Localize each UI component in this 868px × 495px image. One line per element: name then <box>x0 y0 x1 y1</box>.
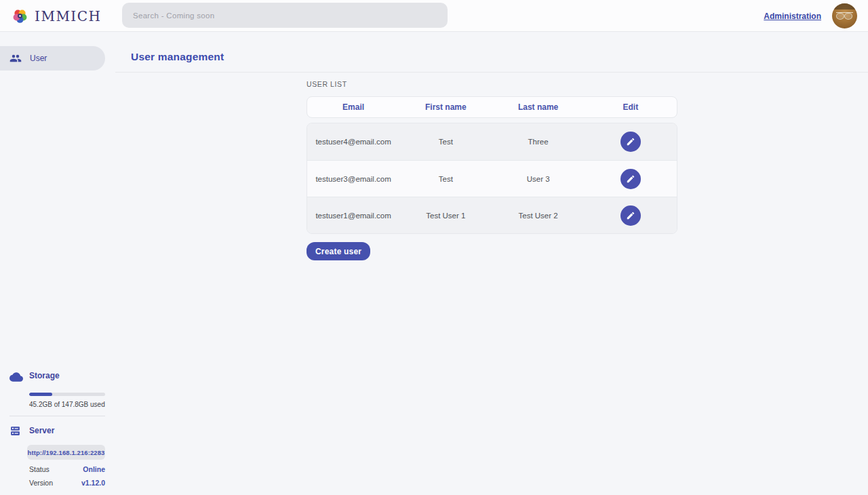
server-status-row: Status Online <box>29 465 105 473</box>
column-header-email: Email <box>307 102 399 112</box>
topbar-right: Administration <box>764 0 857 32</box>
pencil-icon <box>626 174 635 184</box>
main-content: User management USER LIST Email First na… <box>115 32 868 495</box>
storage-progress-bar <box>29 393 105 396</box>
page-title: User management <box>131 51 224 63</box>
administration-link[interactable]: Administration <box>764 12 821 21</box>
create-user-button[interactable]: Create user <box>307 242 370 260</box>
top-bar: IMMICH Administration <box>0 0 868 32</box>
cell-first-name: Test User 1 <box>399 212 492 220</box>
edit-user-button[interactable] <box>620 169 641 189</box>
user-table: testuser4@email.com Test Three testuser3… <box>307 123 677 234</box>
avatar-detail <box>832 3 857 9</box>
avatar-glasses-detail <box>836 12 853 18</box>
column-header-last-name: Last name <box>492 102 585 112</box>
version-value: v1.12.0 <box>81 479 105 487</box>
edit-user-button[interactable] <box>620 205 641 226</box>
users-group-icon <box>9 52 22 64</box>
storage-section: Storage 45.2GB of 147.8GB used <box>9 370 105 408</box>
cell-email: testuser1@email.com <box>307 212 399 220</box>
sidebar-divider <box>9 416 105 416</box>
cell-first-name: Test <box>399 138 492 146</box>
brand[interactable]: IMMICH <box>11 0 102 32</box>
cell-email: testuser4@email.com <box>307 138 399 146</box>
status-value: Online <box>83 465 105 473</box>
cell-last-name: Three <box>492 138 585 146</box>
server-section: Server http://192.168.1.216:2283 Status … <box>9 424 105 487</box>
user-avatar[interactable] <box>832 3 857 28</box>
pencil-icon <box>626 211 635 220</box>
cell-last-name: Test User 2 <box>492 212 585 220</box>
storage-progress-fill <box>29 393 52 396</box>
immich-logo-icon <box>11 7 29 25</box>
user-table-header: Email First name Last name Edit <box>307 96 677 118</box>
server-version-row: Version v1.12.0 <box>29 479 105 487</box>
version-label: Version <box>29 479 53 487</box>
cloud-icon <box>9 370 29 387</box>
storage-title: Storage <box>29 370 105 387</box>
table-row: testuser3@email.com Test User 3 <box>307 160 677 197</box>
server-title: Server <box>29 424 105 439</box>
status-label: Status <box>29 465 50 473</box>
sidebar-item-user-label: User <box>30 54 47 63</box>
cell-email: testuser3@email.com <box>307 175 399 183</box>
table-row: testuser1@email.com Test User 1 Test Use… <box>307 197 677 233</box>
sidebar: User Storage 45.2GB of 147.8GB used <box>0 32 115 495</box>
cell-last-name: User 3 <box>492 175 585 183</box>
column-header-edit: Edit <box>585 102 677 112</box>
table-row: testuser4@email.com Test Three <box>307 123 677 160</box>
title-divider <box>115 72 868 73</box>
column-header-first-name: First name <box>399 102 492 112</box>
edit-user-button[interactable] <box>620 132 641 152</box>
pencil-icon <box>626 137 635 146</box>
storage-usage-text: 45.2GB of 147.8GB used <box>29 401 105 408</box>
server-icon <box>9 424 29 439</box>
user-list-label: USER LIST <box>307 80 347 88</box>
search-input[interactable] <box>122 3 448 28</box>
sidebar-item-user[interactable]: User <box>0 46 105 71</box>
server-url-badge: http://192.168.1.216:2283 <box>27 445 105 460</box>
brand-wordmark: IMMICH <box>35 8 102 24</box>
sidebar-bottom: Storage 45.2GB of 147.8GB used Server ht… <box>0 370 115 487</box>
cell-first-name: Test <box>399 175 492 183</box>
